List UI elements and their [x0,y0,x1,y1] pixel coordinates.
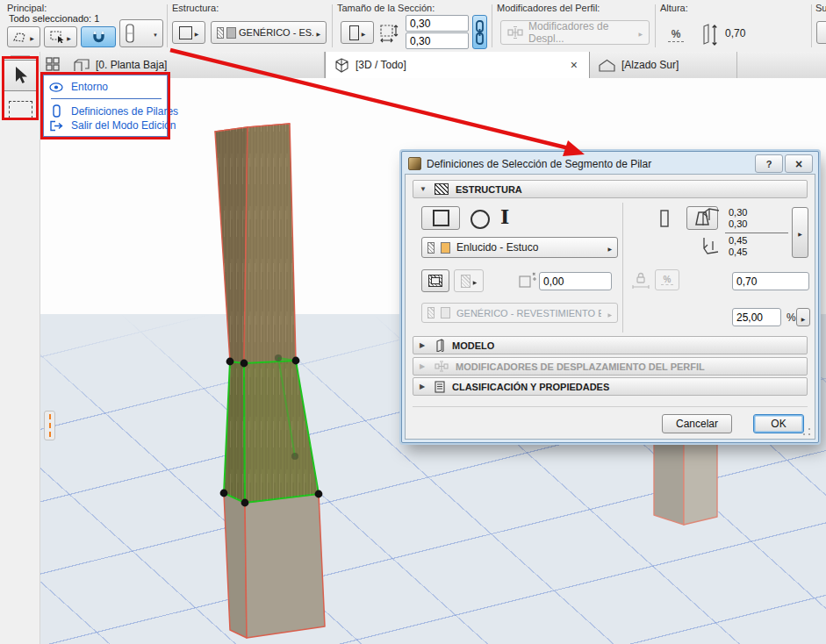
circle-shape-icon[interactable] [470,210,490,229]
magnet-icon [91,30,106,44]
mini-toolbox [0,52,40,644]
dropdown-right-icon [316,26,320,39]
edit-polygon-button[interactable] [7,26,40,47]
selection-status: Todo seleccionado: 1 [9,13,99,24]
collapse-triangle-icon: ▶ [420,383,427,390]
extra-thickness-icon [518,271,537,290]
tab-close-icon[interactable]: × [571,58,580,72]
section-modificadores[interactable]: ▶ MODIFICADORES DE DESPLAZAMIENTO DEL PE… [413,357,808,376]
tab-3d-todo[interactable]: [3D / Todo] × [325,52,590,78]
toolbar-separator [332,4,333,47]
elevation-house-icon [599,59,615,72]
column-tool-split-button[interactable] [119,19,163,47]
toolbar-separator [492,4,492,47]
extra-thickness-input[interactable] [539,272,612,290]
dialog-title: Definiciones de Selección de Segmento de… [427,158,651,170]
ibeam-shape-icon[interactable]: I [500,206,509,227]
menu-item-salir[interactable]: Salir del Modo Edición [49,119,176,132]
close-button[interactable]: × [785,154,813,173]
section-width-input[interactable] [406,15,469,32]
menu-item-label: Definiciones de Pilares [71,105,178,118]
cancel-label: Cancelar [676,418,718,430]
percent-suffix: % [786,311,796,324]
menu-item-definiciones[interactable]: Definiciones de Pilares [49,104,178,118]
tab-label: [0. Planta Baja] [96,59,167,71]
section-label: ESTRUCTURA [456,184,522,195]
section-height-input[interactable] [406,32,469,49]
core-material-name: GENÉRICO - REVESTIMIENTO EXTE... [456,308,601,318]
marquee-select-button[interactable] [44,26,77,47]
section-estructura[interactable]: ▼ ESTRUCTURA [413,180,808,198]
profile-modifier-icon [507,25,523,39]
section-size-icon [378,23,401,44]
arrow-tool-button[interactable] [3,60,39,91]
profile-modifiers-button[interactable]: Modificadores de Despl... [500,20,650,45]
tab-overview-button[interactable] [46,57,61,75]
column-section-icon [349,25,359,40]
clipped-button[interactable] [816,21,826,44]
dropdown-down-icon [153,27,158,39]
structure-type-button[interactable] [172,21,205,44]
dropdown-right-icon [638,26,643,39]
bottom-width-value: 0,45 [729,235,747,246]
shape-rectangular-option[interactable] [421,206,460,230]
link-dimensions-toggle[interactable] [472,15,487,49]
column-icon [49,104,63,118]
cancel-button[interactable]: Cancelar [662,414,732,433]
segment-height-input[interactable] [732,272,809,290]
story-level-marker[interactable] [44,411,55,440]
section-clasificacion[interactable]: ▶ CLASIFICACIÓN Y PROPIEDADES [413,377,808,396]
menu-divider [51,98,162,99]
dialog-body: ▼ ESTRUCTURA I Enlucido - Estuco [405,174,815,440]
collapse-triangle-icon: ▶ [420,362,427,370]
veneer-frame-button[interactable] [421,269,449,292]
toolbox-drag-handle[interactable] [11,55,30,57]
altura-value: 0,70 [725,27,745,39]
dialog-column-icon [408,157,421,170]
gravity-magnet-toggle[interactable] [81,26,116,47]
material-hatch-swatch-icon [217,27,224,39]
level-dashed-line-icon [49,414,51,437]
section-shape-button[interactable] [341,21,374,44]
dialog-title-bar[interactable]: Definiciones de Selección de Segmento de… [405,154,815,174]
veneer-material-dropdown[interactable]: Enlucido - Estuco [421,237,618,258]
modificadores-group-label: Modificadores del Perfil: [497,3,600,13]
square-shape-icon [433,210,449,226]
material-hatch-swatch-icon [427,307,435,318]
hatch-swatch-icon [461,275,470,288]
marquee-tool-button[interactable] [9,101,32,118]
section-modelo[interactable]: ▶ MODELO [413,336,808,354]
help-button[interactable]: ? [755,154,783,173]
ok-button[interactable]: OK [753,414,804,433]
percent-button-disabled[interactable]: % [655,269,679,290]
help-icon: ? [766,159,772,169]
dimension-divider [725,233,788,233]
toolbar-separator [655,4,656,47]
quad-view-grid-icon [46,57,61,72]
dropdown-right-icon [473,275,478,287]
resize-grip[interactable] [802,427,811,436]
dropdown-right-icon [798,226,802,239]
menu-item-label: Salir del Modo Edición [71,119,176,132]
veneer-type-button-disabled[interactable] [454,269,484,292]
archicad-window: Principal: Todo seleccionado: 1 Estructu… [0,0,826,644]
material-name: GENÉRICO - ES... [239,27,313,38]
principal-group-label: Principal: [7,3,47,13]
section-label: MODIFICADORES DE DESPLAZAMIENTO DEL PERF… [456,361,705,372]
uniform-column-icon[interactable] [658,209,671,228]
altura-group-label: Altura: [660,3,688,13]
arrow-cursor-icon [13,66,28,85]
bottom-depth-value: 0,45 [729,247,747,257]
taper-flyout-button[interactable] [796,308,810,326]
frame-hatch-icon [428,275,442,287]
building-material-button[interactable]: GENÉRICO - ES... [211,21,327,44]
collapse-triangle-icon: ▼ [420,185,427,193]
size-flyout-button[interactable] [792,207,808,258]
menu-item-entorno[interactable]: Entorno [49,81,108,93]
toolbar-separator [811,4,812,47]
tab-alzado-sur[interactable]: [Alzado Sur] [590,52,737,78]
close-icon: × [795,157,802,171]
taper-percent-input[interactable] [732,308,781,326]
percent-icon: % [664,275,672,284]
core-material-dropdown[interactable]: GENÉRICO - REVESTIMIENTO EXTE... [421,303,618,323]
